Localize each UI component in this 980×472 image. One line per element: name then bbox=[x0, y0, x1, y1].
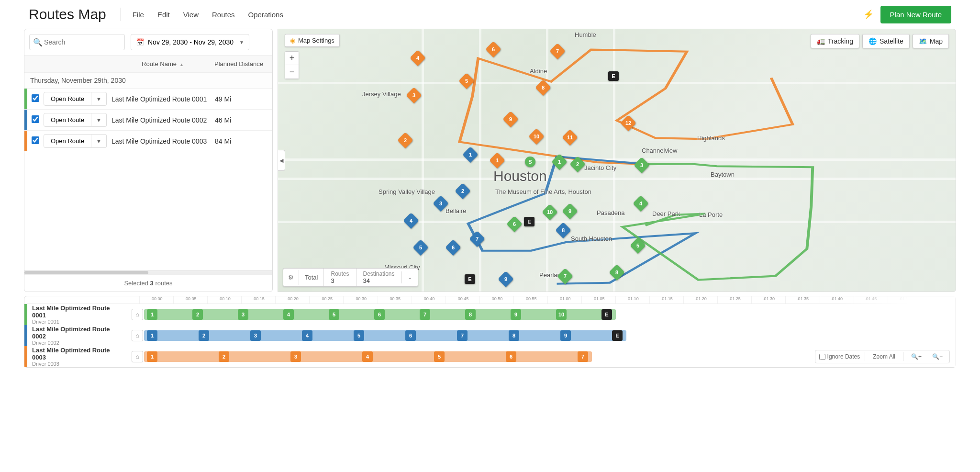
map-button[interactable]: 🗺️Map bbox=[913, 34, 949, 48]
map-marker-stop[interactable]: 2 bbox=[455, 183, 471, 199]
home-icon[interactable]: ⌂ bbox=[132, 351, 143, 362]
timeline-bar[interactable]: 12345678910E bbox=[144, 309, 616, 320]
timeline-stop[interactable]: 5 bbox=[354, 330, 364, 341]
map-marker-stop[interactable]: 6 bbox=[485, 41, 501, 57]
map-marker-end[interactable]: E bbox=[608, 71, 619, 81]
route-checkbox[interactable] bbox=[32, 115, 39, 123]
column-route-name[interactable]: Route Name▲ bbox=[120, 60, 205, 67]
timeline-stop[interactable]: 8 bbox=[509, 330, 519, 341]
zoom-in-button[interactable]: + bbox=[285, 52, 299, 65]
open-route-button[interactable]: Open Route bbox=[44, 134, 91, 148]
menu-view[interactable]: View bbox=[177, 8, 205, 22]
timeline-stop[interactable]: 8 bbox=[465, 309, 476, 320]
plan-new-route-button[interactable]: Plan New Route bbox=[880, 6, 951, 23]
map-marker-stop[interactable]: 4 bbox=[633, 195, 649, 212]
map-marker-stop[interactable]: 1 bbox=[489, 152, 505, 169]
expand-totals-icon[interactable]: ⌄ bbox=[401, 271, 418, 283]
menu-routes[interactable]: Routes bbox=[205, 8, 242, 22]
home-icon[interactable]: ⌂ bbox=[132, 309, 143, 320]
tracking-button[interactable]: 🚛Tracking bbox=[811, 34, 859, 48]
home-icon[interactable]: ⌂ bbox=[132, 330, 143, 341]
timeline-stop[interactable]: 7 bbox=[457, 330, 468, 341]
map-marker-stop[interactable]: 10 bbox=[528, 128, 545, 145]
timeline-stop[interactable]: 3 bbox=[238, 309, 248, 320]
timeline-stop[interactable]: 9 bbox=[560, 330, 571, 341]
map-marker-stop[interactable]: 8 bbox=[555, 222, 571, 238]
map-marker-stop[interactable]: 9 bbox=[498, 271, 514, 287]
column-planned-distance[interactable]: Planned Distance bbox=[205, 60, 272, 67]
timeline-stop[interactable]: E bbox=[601, 309, 612, 320]
map-marker-stop[interactable]: 11 bbox=[562, 129, 578, 146]
open-route-dropdown[interactable]: ▼ bbox=[91, 113, 107, 127]
timeline-stop[interactable]: 9 bbox=[511, 309, 521, 320]
timeline-stop[interactable]: 6 bbox=[506, 351, 516, 362]
timeline-route-label[interactable]: Last Mile Optimized Route 0001Driver 000… bbox=[27, 303, 129, 326]
map-panel[interactable]: Houston CypressSpring Valley VillageAldi… bbox=[278, 29, 956, 292]
timeline-stop[interactable]: 2 bbox=[192, 309, 203, 320]
timeline-stop[interactable]: 3 bbox=[250, 330, 261, 341]
map-marker-stop[interactable]: 4 bbox=[403, 213, 419, 229]
open-route-dropdown[interactable]: ▼ bbox=[91, 92, 107, 106]
route-row[interactable]: Open Route▼Last Mile Optimized Route 000… bbox=[24, 88, 272, 109]
bolt-icon[interactable]: ⚡ bbox=[863, 9, 874, 20]
map-marker-stop[interactable]: 3 bbox=[406, 87, 422, 103]
timeline-stop[interactable]: E bbox=[612, 330, 623, 341]
map-marker-start[interactable]: S bbox=[525, 157, 535, 167]
open-route-button[interactable]: Open Route bbox=[44, 92, 91, 106]
map-marker-end[interactable]: E bbox=[524, 217, 535, 226]
timeline-stop[interactable]: 5 bbox=[434, 351, 445, 362]
open-route-dropdown[interactable]: ▼ bbox=[91, 134, 107, 148]
map-marker-stop[interactable]: 7 bbox=[557, 268, 573, 284]
map-marker-stop[interactable]: 9 bbox=[502, 111, 519, 127]
timeline-stop[interactable]: 3 bbox=[290, 351, 301, 362]
map-marker-stop[interactable]: 5 bbox=[630, 237, 646, 254]
timeline-stop[interactable]: 7 bbox=[578, 351, 588, 362]
route-checkbox[interactable] bbox=[32, 136, 39, 144]
timeline-bar[interactable]: 123456789E bbox=[144, 330, 626, 341]
horizontal-scrollbar[interactable] bbox=[24, 270, 272, 274]
map-marker-stop[interactable]: 5 bbox=[458, 73, 475, 89]
route-row[interactable]: Open Route▼Last Mile Optimized Route 000… bbox=[24, 130, 272, 151]
search-input[interactable] bbox=[29, 34, 125, 50]
collapse-panel-handle[interactable]: ◀ bbox=[278, 150, 285, 171]
timeline-stop[interactable]: 6 bbox=[374, 309, 385, 320]
timeline-stop[interactable]: 5 bbox=[329, 309, 339, 320]
map-marker-stop[interactable]: 12 bbox=[620, 115, 636, 131]
timeline-route-label[interactable]: Last Mile Optimized Route 0003Driver 000… bbox=[27, 345, 129, 369]
timeline-stop[interactable]: 4 bbox=[283, 309, 294, 320]
menu-operations[interactable]: Operations bbox=[242, 8, 290, 22]
date-range-button[interactable]: 📅 Nov 29, 2030 - Nov 29, 2030 ▼ bbox=[131, 34, 249, 50]
gear-icon[interactable]: ⚙ bbox=[283, 270, 299, 285]
map-marker-stop[interactable]: 5 bbox=[412, 239, 429, 256]
zoom-in-timeline-icon[interactable]: 🔍+ bbox=[908, 352, 924, 361]
map-settings-button[interactable]: ◉ Map Settings bbox=[285, 34, 340, 47]
timeline-bar[interactable]: 1234567 bbox=[144, 351, 592, 362]
map-marker-stop[interactable]: 7 bbox=[469, 231, 485, 247]
zoom-all-button[interactable]: Zoom All bbox=[870, 352, 898, 361]
timeline-route-label[interactable]: Last Mile Optimized Route 0002Driver 000… bbox=[27, 324, 129, 348]
map-marker-stop[interactable]: 9 bbox=[562, 203, 578, 219]
zoom-out-button[interactable]: − bbox=[285, 65, 299, 79]
route-checkbox[interactable] bbox=[32, 94, 39, 102]
timeline-stop[interactable]: 1 bbox=[147, 351, 157, 362]
timeline-stop[interactable]: 2 bbox=[219, 351, 229, 362]
map-marker-stop[interactable]: 8 bbox=[609, 264, 625, 281]
zoom-out-timeline-icon[interactable]: 🔍− bbox=[929, 352, 946, 361]
open-route-button[interactable]: Open Route bbox=[44, 113, 91, 127]
timeline-stop[interactable]: 7 bbox=[420, 309, 430, 320]
timeline-stop[interactable]: 4 bbox=[362, 351, 373, 362]
timeline-stop[interactable]: 1 bbox=[147, 309, 157, 320]
map-marker-stop[interactable]: 6 bbox=[506, 216, 523, 232]
map-marker-stop[interactable]: 1 bbox=[551, 154, 568, 170]
map-marker-stop[interactable]: 2 bbox=[397, 132, 413, 148]
map-marker-stop[interactable]: 6 bbox=[445, 239, 461, 256]
map-marker-end[interactable]: E bbox=[465, 274, 475, 284]
timeline-stop[interactable]: 10 bbox=[556, 309, 567, 320]
menu-file[interactable]: File bbox=[126, 8, 151, 22]
timeline-stop[interactable]: 4 bbox=[302, 330, 312, 341]
route-row[interactable]: Open Route▼Last Mile Optimized Route 000… bbox=[24, 109, 272, 130]
map-marker-stop[interactable]: 10 bbox=[542, 204, 558, 220]
timeline-stop[interactable]: 1 bbox=[147, 330, 157, 341]
satellite-button[interactable]: 🌐Satellite bbox=[862, 34, 910, 48]
map-marker-stop[interactable]: 7 bbox=[549, 43, 566, 59]
